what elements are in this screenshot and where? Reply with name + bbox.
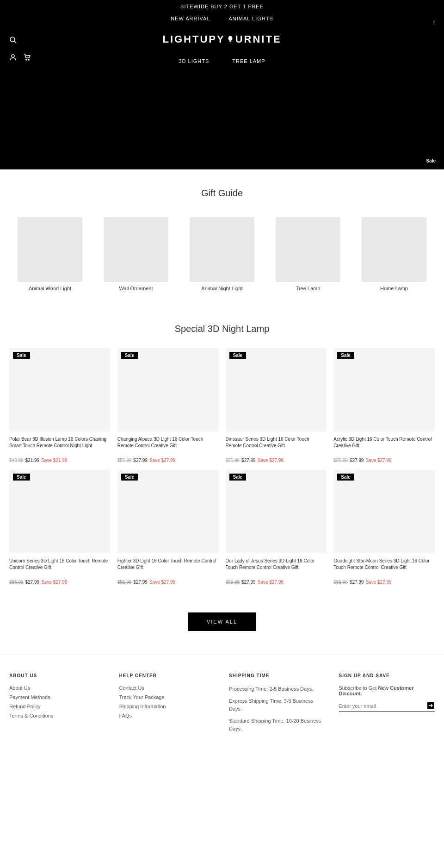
nav-tree-lamp[interactable]: TREE LAMP [232, 58, 265, 64]
footer-signup-heading: SIGN UP AND SAVE [339, 673, 435, 678]
footer-link-refund[interactable]: Refund Policy [9, 704, 105, 709]
footer-shipping-item-0: Processing Time: 2-5 Business Days. [229, 685, 325, 693]
top-banner: SITEWIDE BUY 2 GET 1 FREE [0, 0, 444, 13]
category-tree-lamp[interactable]: Tree Lamp [276, 217, 340, 291]
product-card-7[interactable]: Sale Goodnight Star-Moon Series 3D Light… [333, 470, 435, 585]
footer-shipping-time: SHIPPING TIME Processing Time: 2-5 Busin… [229, 673, 325, 737]
sale-badge-3: Sale [337, 352, 354, 359]
product-pricing-1: $55.98 $27.99 Save $27.99 [117, 458, 219, 463]
product-card-6[interactable]: Sale Our Lady of Jesus Series 3D Light 1… [226, 470, 327, 585]
nav-bottom: 3D LIGHTS TREE LAMP [9, 55, 435, 68]
category-animal-wood[interactable]: Animal Wood Light [18, 217, 82, 291]
categories-grid: Animal Wood Light Wall Ornament Animal N… [9, 212, 435, 300]
header: f NEW ARRIVAL ANIMAL LIGHTS LIGHTUPY URN… [0, 13, 444, 68]
product-title-5: Fighter 3D Light 16 Color Touch Remote C… [117, 558, 219, 577]
product-pricing-2: $55.98 $27.99 Save $27.99 [226, 458, 327, 463]
svg-rect-3 [229, 41, 231, 42]
hero-sale-badge: Sale [422, 157, 439, 165]
product-image-3: Sale [333, 348, 435, 431]
price-original-0: $43.98 [9, 458, 24, 463]
footer-help-heading: HELP CENTER [119, 673, 216, 678]
product-card-0[interactable]: Sale Polar Bear 3D Illusion Lamp 16 Colo… [9, 348, 111, 463]
view-all-button[interactable]: VIEW ALL [188, 612, 256, 631]
banner-text: SITEWIDE BUY 2 GET 1 FREE [180, 4, 264, 9]
category-img-tree-lamp [276, 217, 340, 282]
product-title-1: Changing Alpaca 3D Light 16 Color Touch … [117, 436, 219, 456]
product-pricing-0: $43.98 $21.99 Save $21.99 [9, 458, 111, 463]
svg-point-6 [12, 55, 14, 57]
footer-about-heading: ABOUT US [9, 673, 105, 678]
svg-point-2 [228, 36, 232, 41]
nav-top: NEW ARRIVAL ANIMAL LIGHTS [9, 13, 435, 24]
footer-about-us: ABOUT US About Us Payment Methods Refund… [9, 673, 105, 737]
footer: ABOUT US About Us Payment Methods Refund… [0, 654, 444, 746]
svg-point-0 [10, 37, 15, 42]
footer-link-contact[interactable]: Contact Us [119, 685, 216, 691]
price-sale-1: $27.99 [133, 458, 148, 463]
price-save-1: Save $27.99 [149, 458, 175, 463]
price-original-7: $55.98 [333, 580, 348, 585]
footer-link-faqs[interactable]: FAQs [119, 713, 216, 718]
footer-shipping-item-1: Express Shipping Time: 3-5 Business Days… [229, 697, 325, 713]
products-grid: Sale Polar Bear 3D Illusion Lamp 16 Colo… [9, 348, 435, 585]
gift-guide-section: Gift Guide Animal Wood Light Wall Orname… [0, 169, 444, 310]
facebook-icon[interactable]: f [433, 20, 435, 26]
sale-badge-5: Sale [121, 474, 138, 481]
price-save-5: Save $27.99 [149, 580, 175, 585]
product-image-1: Sale [117, 348, 219, 431]
category-home-lamp[interactable]: Home Lamp [362, 217, 426, 291]
price-save-0: Save $21.99 [41, 458, 67, 463]
product-title-7: Goodnight Star-Moon Series 3D Light 16 C… [333, 558, 435, 577]
footer-sign-up: SIGN UP AND SAVE Subscribe to Get New Cu… [339, 673, 435, 737]
svg-rect-4 [229, 42, 231, 43]
logo-text-before: LIGHTUPY [162, 33, 225, 45]
sale-badge-2: Sale [229, 352, 247, 359]
footer-link-about[interactable]: About Us [9, 685, 105, 691]
cart-icon[interactable] [24, 54, 31, 63]
gift-guide-title: Gift Guide [9, 188, 435, 199]
footer-link-track[interactable]: Track Your Package [119, 694, 216, 700]
category-label-animal-wood: Animal Wood Light [29, 286, 71, 291]
email-signup-form [339, 701, 435, 712]
footer-link-terms[interactable]: Terms & Conditions [9, 713, 105, 718]
category-label-animal-night: Animal Night Light [201, 286, 242, 291]
product-card-1[interactable]: Sale Changing Alpaca 3D Light 16 Color T… [117, 348, 219, 463]
product-card-4[interactable]: Sale Unicorn Series 3D Light 16 Color To… [9, 470, 111, 585]
hero-section: Sale [0, 68, 444, 169]
nav-new-arrival[interactable]: NEW ARRIVAL [171, 16, 210, 21]
product-image-0: Sale [9, 348, 111, 431]
sale-badge-6: Sale [229, 474, 247, 481]
product-image-2: Sale [226, 348, 327, 431]
category-img-wall-ornament [104, 217, 168, 282]
email-input[interactable] [339, 701, 428, 711]
footer-grid: ABOUT US About Us Payment Methods Refund… [9, 673, 435, 737]
price-original-5: $55.98 [117, 580, 132, 585]
svg-point-8 [28, 59, 29, 60]
product-card-2[interactable]: Sale Dinosaur Series 3D Light 16 Color T… [226, 348, 327, 463]
email-submit-button[interactable] [427, 702, 435, 710]
product-title-2: Dinosaur Series 3D Light 16 Color Touch … [226, 436, 327, 456]
submit-arrow-icon [427, 702, 435, 709]
price-save-3: Save $27.99 [365, 458, 391, 463]
footer-link-shipping-info[interactable]: Shipping Information [119, 704, 216, 709]
nav-animal-lights[interactable]: ANIMAL LIGHTS [229, 16, 273, 21]
price-sale-7: $27.99 [350, 580, 364, 585]
price-sale-0: $21.99 [25, 458, 40, 463]
nav-3d-lights[interactable]: 3D LIGHTS [179, 58, 209, 64]
account-icon[interactable] [9, 54, 17, 63]
price-original-6: $55.98 [226, 580, 240, 585]
account-cart [9, 54, 31, 63]
category-wall-ornament[interactable]: Wall Ornament [104, 217, 168, 291]
category-animal-night[interactable]: Animal Night Light [190, 217, 254, 291]
product-pricing-6: $55.98 $27.99 Save $27.99 [226, 580, 327, 585]
search-icon[interactable] [9, 36, 17, 45]
category-label-home-lamp: Home Lamp [380, 286, 408, 291]
product-card-5[interactable]: Sale Fighter 3D Light 16 Color Touch Rem… [117, 470, 219, 585]
price-original-3: $55.98 [333, 458, 348, 463]
price-original-1: $55.98 [117, 458, 132, 463]
product-card-3[interactable]: Sale Acrylic 3D Light 16 Color Touch Rem… [333, 348, 435, 463]
logo[interactable]: LIGHTUPY URNITE [9, 33, 435, 45]
footer-link-payment[interactable]: Payment Methods [9, 694, 105, 700]
product-pricing-5: $55.98 $27.99 Save $27.99 [117, 580, 219, 585]
svg-point-7 [26, 59, 27, 60]
